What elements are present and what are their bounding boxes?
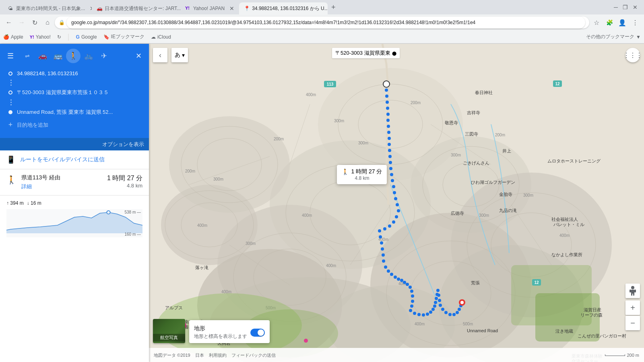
svg-point-66 [386, 101, 389, 104]
svg-point-91 [380, 241, 383, 245]
sidebar-header: ☰ ⇌ 🚗 🚌 🚶 🚲 ✈ ✕ 34.9882148, 136.0132316 [0, 44, 149, 138]
send-icon: 📱 [6, 155, 15, 164]
walk-mode-button[interactable]: 🚶 [66, 49, 80, 63]
bookmark-google[interactable]: G Google [76, 34, 97, 40]
bookmark-yahoo[interactable]: Y! Yahoo! [30, 34, 51, 40]
end-dot [8, 110, 12, 114]
bookmark-apple[interactable]: 🍎 Apple [3, 34, 23, 40]
waypoint-start-text[interactable]: 34.9882148, 136.0132316 [17, 70, 141, 76]
connector-dot-3 [10, 84, 12, 86]
pegman-button[interactable] [625, 284, 640, 298]
language-selector[interactable]: あ ▾ [171, 48, 188, 62]
svg-text:400m: 400m [197, 223, 207, 228]
svg-point-123 [441, 308, 444, 311]
svg-text:栗東市森林体験: 栗東市森林体験 [572, 354, 603, 358]
zoom-controls: + − [625, 300, 640, 330]
car-mode-button[interactable]: 🚗 [35, 49, 50, 63]
svg-point-93 [382, 253, 385, 257]
svg-text:ひわ湖ゴルフガーデン: ひわ湖ゴルフガーデン [471, 180, 515, 185]
home-button[interactable]: ⌂ [42, 17, 53, 28]
details-link[interactable]: 詳細 [21, 183, 102, 190]
svg-text:パレット・ミル: パレット・ミル [553, 222, 584, 227]
bookmark-ie[interactable]: 🔖 IEブックマーク [103, 33, 144, 40]
sidebar-close-button[interactable]: ✕ [131, 49, 146, 63]
send-to-mobile-button[interactable]: 📱 ルートをモバイルデバイスに送信 [0, 150, 149, 169]
elevation-min-label: 160 m — [124, 232, 141, 237]
svg-text:金胎寺: 金胎寺 [499, 192, 512, 197]
svg-text:12: 12 [555, 82, 560, 86]
menu-button[interactable]: ☰ [3, 49, 18, 63]
map-svg: 200m 200m 300m 400m 300m 300m 400m 400m … [149, 44, 644, 362]
lang-char: あ [175, 51, 180, 59]
star-button[interactable]: ☆ [591, 17, 602, 28]
transit-mode-button[interactable]: 🚌 [51, 49, 65, 63]
options-button[interactable]: オプションを表示 [102, 141, 144, 147]
address-bar-row: ← → ↻ ⌂ 🔒 ☆ 🧩 👤 ⋮ [0, 14, 644, 31]
reload-button[interactable]: ↻ [29, 17, 40, 28]
svg-point-75 [388, 155, 392, 158]
svg-point-173 [631, 286, 634, 289]
sidebar: ☰ ⇌ 🚗 🚌 🚶 🚲 ✈ ✕ 34.9882148, 136.0132316 [0, 44, 149, 362]
svg-text:400m: 400m [306, 93, 316, 97]
new-tab-button[interactable]: + [328, 2, 339, 13]
bookmark-refresh[interactable]: ↻ [57, 34, 61, 40]
minimize-button[interactable]: ─ [614, 4, 618, 10]
waypoint-start: 34.9882148, 136.0132316 [3, 68, 146, 79]
bike-mode-button[interactable]: 🚲 [81, 49, 96, 63]
add-destination-button[interactable]: + 目的地を追加 [3, 118, 146, 132]
elevation-chart-svg [6, 209, 142, 233]
svg-point-172 [304, 339, 308, 343]
apps-grid-button[interactable]: ⋮⋮⋮ [625, 48, 640, 62]
zoom-out-button[interactable]: − [625, 316, 640, 330]
aerial-photo-thumbnail[interactable]: 航空写真 [153, 319, 185, 343]
close-button[interactable]: ✕ [633, 4, 638, 10]
svg-point-76 [389, 161, 392, 164]
waypoint-end-text[interactable]: Unnamed Road, 荒張 栗東市 滋賀県 52... [17, 109, 141, 116]
elevation-down: ↓ 16 m [27, 200, 41, 206]
zoom-in-button[interactable]: + [625, 300, 640, 315]
svg-point-108 [409, 309, 412, 312]
sidebar-body: 📱 ルートをモバイルデバイスに送信 🚶 県道113号 経由 詳細 1 時間 27… [0, 150, 149, 362]
svg-point-127 [456, 311, 459, 314]
bookmark-more[interactable]: その他のブックマーク ▼ [586, 33, 641, 40]
ie-icon: 🔖 [103, 34, 109, 40]
svg-point-100 [400, 279, 403, 282]
svg-text:300m: 300m [451, 153, 461, 157]
svg-point-84 [397, 209, 400, 212]
pegman-icon [629, 286, 637, 296]
directions-mode-button[interactable]: ⇌ [20, 49, 35, 63]
bookmark-icloud[interactable]: ☁ iCloud [151, 34, 171, 40]
map-back-button[interactable]: ‹ [153, 48, 167, 62]
svg-point-102 [406, 283, 409, 286]
address-input[interactable] [66, 16, 585, 29]
back-button[interactable]: ← [3, 17, 14, 28]
svg-rect-177 [630, 290, 631, 292]
tab-weather[interactable]: 🌤 栗東市の1時間天気 - 日本気象... ✕ [3, 2, 92, 14]
yahoo-icon: Y! [30, 35, 34, 39]
mode-bar: ☰ ⇌ 🚗 🚌 🚶 🚲 ✈ ✕ [3, 47, 146, 65]
svg-text:200m: 200m [185, 169, 195, 173]
connector-dot-1 [10, 80, 12, 81]
terrain-toggle-switch[interactable] [250, 329, 265, 337]
map-area[interactable]: 200m 200m 300m 400m 300m 300m 400m 400m … [149, 44, 644, 362]
waypoint-mid-text[interactable]: 〒520-3003 滋賀県栗東市荒張１０３５ [17, 89, 141, 96]
add-icon: + [8, 121, 13, 129]
profile-button[interactable]: 👤 [617, 17, 628, 28]
tab-traffic[interactable]: 🚗 日本道路交通情報センター: JART... ✕ [92, 2, 180, 14]
svg-text:滋賀日産: 滋賀日産 [584, 307, 601, 312]
tab-label-yahoo: Yahoo! JAPAN [193, 6, 225, 11]
icloud-icon: ☁ [151, 34, 156, 40]
tab-yahoo[interactable]: Y! Yahoo! JAPAN ✕ [180, 2, 239, 14]
extensions-button[interactable]: 🧩 [604, 17, 615, 28]
flight-mode-button[interactable]: ✈ [97, 49, 111, 63]
svg-point-101 [403, 281, 406, 284]
svg-text:吉祥寺: 吉祥寺 [467, 110, 480, 115]
svg-point-74 [388, 149, 391, 152]
svg-point-106 [411, 300, 414, 303]
tab-maps[interactable]: 📍 34.9882148, 136.0132316 から U... ✕ [239, 2, 328, 14]
forward-button[interactable]: → [16, 17, 27, 28]
elevation-up: ↑ 394 m [6, 200, 24, 206]
tab-close-yahoo[interactable]: ✕ [229, 5, 234, 12]
maximize-button[interactable]: ❐ [623, 4, 628, 10]
menu-dots-button[interactable]: ⋮ [630, 17, 641, 28]
